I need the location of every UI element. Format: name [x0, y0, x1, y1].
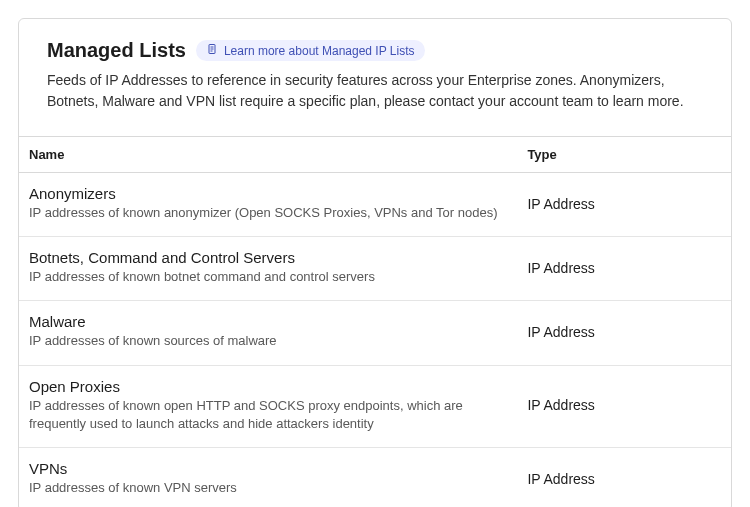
card-description: Feeds of IP Addresses to reference in se… — [47, 70, 703, 112]
row-name: VPNs — [29, 460, 507, 477]
column-header-name: Name — [19, 137, 517, 173]
managed-lists-card: Managed Lists Learn more about Managed I… — [18, 18, 732, 507]
learn-more-label: Learn more about Managed IP Lists — [224, 44, 415, 58]
row-name: Botnets, Command and Control Servers — [29, 249, 507, 266]
card-header: Managed Lists Learn more about Managed I… — [19, 19, 731, 136]
table-row: Anonymizers IP addresses of known anonym… — [19, 173, 731, 237]
table-row: Malware IP addresses of known sources of… — [19, 301, 731, 365]
managed-lists-table: Name Type Anonymizers IP addresses of kn… — [19, 136, 731, 507]
row-type: IP Address — [517, 447, 731, 507]
row-description: IP addresses of known sources of malware — [29, 332, 507, 350]
table-row: Open Proxies IP addresses of known open … — [19, 365, 731, 447]
row-name: Malware — [29, 313, 507, 330]
row-description: IP addresses of known botnet command and… — [29, 268, 507, 286]
row-name: Open Proxies — [29, 378, 507, 395]
table-row: VPNs IP addresses of known VPN servers I… — [19, 447, 731, 507]
row-type: IP Address — [517, 173, 731, 237]
title-row: Managed Lists Learn more about Managed I… — [47, 39, 703, 62]
row-type: IP Address — [517, 301, 731, 365]
table-row: Botnets, Command and Control Servers IP … — [19, 237, 731, 301]
column-header-type: Type — [517, 137, 731, 173]
row-description: IP addresses of known anonymizer (Open S… — [29, 204, 507, 222]
row-description: IP addresses of known VPN servers — [29, 479, 507, 497]
row-description: IP addresses of known open HTTP and SOCK… — [29, 397, 507, 433]
row-type: IP Address — [517, 365, 731, 447]
learn-more-link[interactable]: Learn more about Managed IP Lists — [196, 40, 425, 61]
page-title: Managed Lists — [47, 39, 186, 62]
row-name: Anonymizers — [29, 185, 507, 202]
document-icon — [206, 43, 218, 58]
row-type: IP Address — [517, 237, 731, 301]
